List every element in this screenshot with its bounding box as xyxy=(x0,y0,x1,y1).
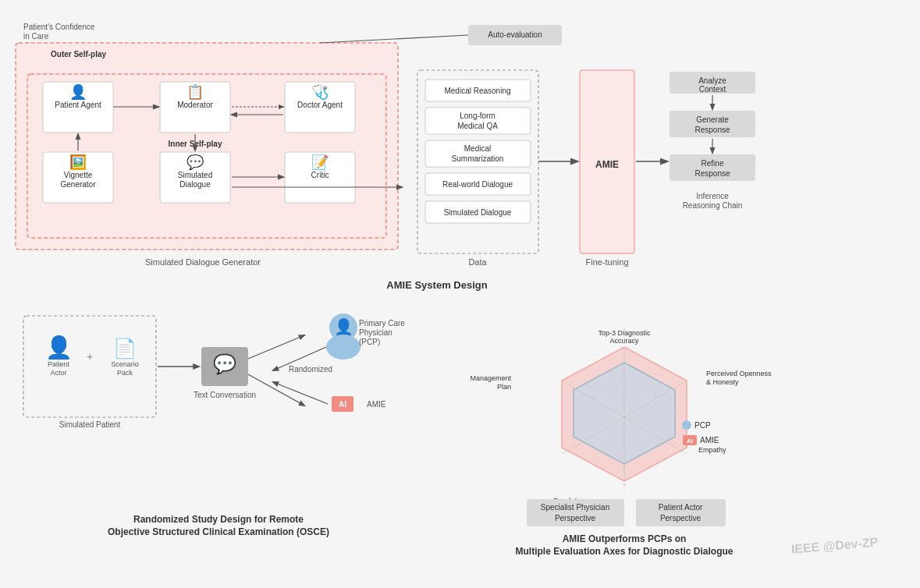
svg-text:📄: 📄 xyxy=(113,337,137,360)
svg-text:Scenario: Scenario xyxy=(111,360,139,368)
svg-text:Physician: Physician xyxy=(359,328,393,337)
svg-text:👤: 👤 xyxy=(334,317,353,336)
svg-text:PCP: PCP xyxy=(694,421,711,430)
svg-text:Generator: Generator xyxy=(60,180,96,189)
svg-text:💬: 💬 xyxy=(186,154,204,171)
svg-text:Simulated: Simulated xyxy=(178,171,212,179)
bottom-area: 👤 Patient Actor + 📄 Scenario Pack Simula… xyxy=(8,304,912,569)
svg-text:Medical: Medical xyxy=(464,144,491,153)
svg-text:Refine: Refine xyxy=(702,159,724,168)
svg-text:Doctor Agent: Doctor Agent xyxy=(297,101,343,109)
svg-line-83 xyxy=(248,335,304,359)
svg-text:Auto-evaluation: Auto-evaluation xyxy=(488,30,542,39)
svg-text:Text Conversation: Text Conversation xyxy=(194,391,256,399)
svg-text:AMIE Outperforms PCPs on: AMIE Outperforms PCPs on xyxy=(563,533,687,544)
svg-text:Outer Self-play: Outer Self-play xyxy=(51,50,107,58)
svg-text:Perceived Openness: Perceived Openness xyxy=(706,370,772,377)
svg-text:AMIE: AMIE xyxy=(595,159,619,170)
svg-text:Simulated Dialogue Generator: Simulated Dialogue Generator xyxy=(145,257,261,267)
bottom-svg: 👤 Patient Actor + 📄 Scenario Pack Simula… xyxy=(8,304,912,561)
svg-text:Summarization: Summarization xyxy=(452,154,504,163)
svg-text:AMIE System Design: AMIE System Design xyxy=(386,279,487,291)
svg-text:Inference: Inference xyxy=(696,192,729,200)
svg-point-116 xyxy=(682,420,691,430)
svg-text:💬: 💬 xyxy=(213,352,236,375)
svg-text:Patient: Patient xyxy=(48,360,70,368)
svg-text:& Honesty: & Honesty xyxy=(706,378,739,386)
svg-text:Reasoning Chain: Reasoning Chain xyxy=(683,201,743,210)
svg-text:Plan: Plan xyxy=(497,383,511,391)
system-design-svg: Patient's Confidence in Care Outer Self-… xyxy=(8,8,912,296)
svg-text:Actor: Actor xyxy=(50,369,66,377)
svg-text:Perspective: Perspective xyxy=(555,514,596,522)
svg-text:AMIE: AMIE xyxy=(367,400,386,409)
svg-text:Real-world Dialogue: Real-world Dialogue xyxy=(442,180,513,189)
svg-text:Pack: Pack xyxy=(117,369,133,377)
svg-text:Moderator: Moderator xyxy=(177,101,213,109)
svg-text:Response: Response xyxy=(694,126,730,134)
svg-text:Patient Agent: Patient Agent xyxy=(55,101,101,109)
svg-text:Generate: Generate xyxy=(696,115,729,124)
svg-text:Management: Management xyxy=(470,374,511,382)
svg-text:AMIE: AMIE xyxy=(700,436,719,445)
svg-text:🩺: 🩺 xyxy=(311,83,329,101)
svg-text:Response: Response xyxy=(694,169,730,178)
svg-point-88 xyxy=(326,335,361,360)
svg-text:Fine-tuning: Fine-tuning xyxy=(585,257,628,267)
svg-text:👤: 👤 xyxy=(45,335,73,360)
svg-text:Randomized: Randomized xyxy=(289,365,332,374)
svg-text:IEEE @Dev-ZP: IEEE @Dev-ZP xyxy=(790,535,879,556)
svg-text:🖼️: 🖼️ xyxy=(69,154,87,171)
svg-text:Simulated Dialogue: Simulated Dialogue xyxy=(444,208,512,217)
svg-text:Objective Structured Clinical : Objective Structured Clinical Examinatio… xyxy=(108,526,329,537)
svg-text:Medical Reasoning: Medical Reasoning xyxy=(444,87,510,95)
svg-text:Patient's Confidence: Patient's Confidence xyxy=(23,23,95,31)
svg-text:Medical QA: Medical QA xyxy=(457,122,498,130)
svg-text:Randomized Study Design for Re: Randomized Study Design for Remote xyxy=(133,514,304,525)
svg-text:Vignette: Vignette xyxy=(64,171,93,179)
svg-text:Dialogue: Dialogue xyxy=(179,180,211,189)
svg-text:Specialist Physician: Specialist Physician xyxy=(541,503,609,512)
svg-line-55 xyxy=(320,35,468,43)
svg-text:Long-form: Long-form xyxy=(460,112,496,120)
svg-text:Patient Actor: Patient Actor xyxy=(659,503,703,512)
svg-text:AI: AI xyxy=(687,437,693,445)
svg-text:Context: Context xyxy=(699,85,726,94)
main-container: Patient's Confidence in Care Outer Self-… xyxy=(0,0,920,588)
svg-text:in Care: in Care xyxy=(23,32,49,41)
svg-text:Empathy: Empathy xyxy=(698,446,726,454)
svg-text:Analyze: Analyze xyxy=(698,76,726,85)
svg-text:📋: 📋 xyxy=(186,83,204,101)
svg-text:Perspective: Perspective xyxy=(660,514,702,522)
svg-text:Critic: Critic xyxy=(311,171,329,179)
svg-text:Data: Data xyxy=(468,257,487,267)
svg-text:👤: 👤 xyxy=(69,83,87,101)
svg-text:📝: 📝 xyxy=(311,154,329,171)
diagram-area: Patient's Confidence in Care Outer Self-… xyxy=(8,8,912,304)
svg-text:Primary Care: Primary Care xyxy=(359,319,405,328)
svg-line-84 xyxy=(248,374,304,406)
svg-text:(PCP): (PCP) xyxy=(359,338,380,346)
svg-text:Simulated Patient: Simulated Patient xyxy=(59,420,121,429)
svg-text:Multiple Evaluation Axes for D: Multiple Evaluation Axes for Diagnostic … xyxy=(516,546,734,557)
svg-text:AI: AI xyxy=(339,400,346,409)
svg-text:+: + xyxy=(87,350,93,363)
